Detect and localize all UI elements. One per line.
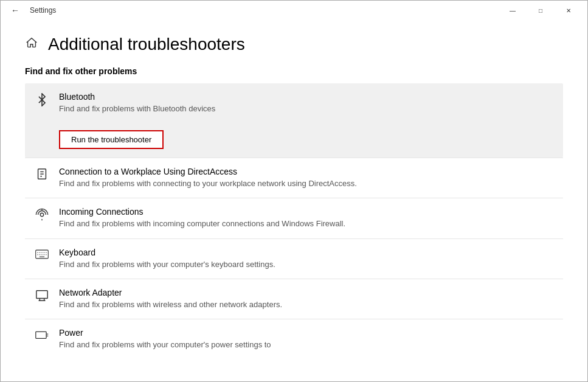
title-bar-title: Settings	[30, 6, 56, 15]
title-bar-left: ← Settings	[5, 1, 56, 20]
item-text-keyboard: Keyboard Find and fix problems with your…	[59, 248, 275, 270]
troubleshooter-item-directaccess[interactable]: Connection to a Workplace Using DirectAc…	[25, 158, 563, 198]
item-text-power: Power Find and fix problems with your co…	[59, 328, 271, 350]
network-icon	[35, 289, 49, 302]
item-title-bluetooth: Bluetooth	[59, 92, 215, 102]
troubleshooter-item-power[interactable]: Power Find and fix problems with your co…	[25, 319, 563, 359]
troubleshooter-item-keyboard[interactable]: Keyboard Find and fix problems with your…	[25, 239, 563, 279]
section-heading: Find and fix other problems	[25, 66, 563, 76]
svg-rect-19	[36, 291, 47, 299]
page-title: Additional troubleshooters	[48, 35, 245, 54]
troubleshooter-item-network[interactable]: Network Adapter Find and fix problems wi…	[25, 279, 563, 319]
title-bar: ← Settings — □ ✕	[1, 1, 587, 20]
svg-point-4	[40, 214, 44, 217]
item-desc-keyboard: Find and fix problems with your computer…	[59, 259, 275, 270]
item-title-keyboard: Keyboard	[59, 248, 275, 257]
run-troubleshooter-button[interactable]: Run the troubleshooter	[59, 130, 164, 149]
svg-rect-23	[36, 332, 46, 338]
directaccess-icon	[35, 168, 49, 181]
keyboard-icon	[35, 249, 49, 260]
item-desc-network: Find and fix problems with wireless and …	[59, 299, 282, 310]
close-button[interactable]: ✕	[555, 1, 583, 20]
incoming-icon	[35, 208, 49, 221]
troubleshooter-item-incoming[interactable]: Incoming Connections Find and fix proble…	[25, 198, 563, 238]
item-top-bluetooth: Bluetooth Find and fix problems with Blu…	[35, 92, 553, 114]
item-text-bluetooth: Bluetooth Find and fix problems with Blu…	[59, 92, 215, 114]
main-content: Additional troubleshooters Find and fix …	[1, 20, 587, 382]
item-text-network: Network Adapter Find and fix problems wi…	[59, 288, 282, 310]
item-text-incoming: Incoming Connections Find and fix proble…	[59, 207, 345, 229]
item-text-directaccess: Connection to a Workplace Using DirectAc…	[59, 167, 357, 189]
item-title-incoming: Incoming Connections	[59, 207, 345, 217]
run-btn-container: Run the troubleshooter	[35, 130, 553, 149]
minimize-button[interactable]: —	[499, 1, 527, 20]
page-header: Additional troubleshooters	[25, 20, 563, 66]
item-title-power: Power	[59, 328, 271, 338]
bluetooth-icon	[35, 93, 49, 106]
back-button[interactable]: ←	[5, 1, 25, 20]
item-title-directaccess: Connection to a Workplace Using DirectAc…	[59, 167, 357, 176]
svg-rect-7	[36, 250, 49, 259]
item-desc-bluetooth: Find and fix problems with Bluetooth dev…	[59, 103, 215, 114]
power-icon	[35, 329, 49, 340]
item-desc-power: Find and fix problems with your computer…	[59, 339, 271, 350]
home-icon	[25, 36, 38, 53]
item-desc-incoming: Find and fix problems with incoming comp…	[59, 218, 345, 229]
maximize-button[interactable]: □	[527, 1, 555, 20]
title-bar-controls: — □ ✕	[499, 1, 583, 20]
item-desc-directaccess: Find and fix problems with connecting to…	[59, 178, 357, 189]
item-title-network: Network Adapter	[59, 288, 282, 297]
troubleshooter-item-bluetooth[interactable]: Bluetooth Find and fix problems with Blu…	[25, 83, 563, 158]
